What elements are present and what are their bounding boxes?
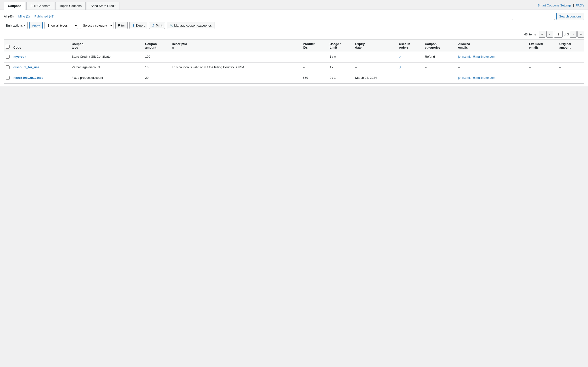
row1-checkbox[interactable] (6, 55, 9, 59)
manage-categories-button[interactable]: 🔧 Manage coupon categories (167, 22, 214, 29)
row2-checkbox[interactable] (6, 65, 9, 69)
row3-checkbox[interactable] (6, 76, 9, 80)
row3-original-amount (557, 73, 584, 83)
next-page-button[interactable]: › (570, 31, 577, 38)
table-row: nishi540802b1946ed Fixed product discoun… (4, 73, 584, 83)
external-link-icon[interactable]: ↗︎ (399, 65, 402, 69)
col-allowed-emails: Allowedemails (456, 40, 527, 52)
row2-product-ids: – (301, 62, 328, 73)
filter-all-count: (43) (8, 15, 14, 18)
row3-coupon-categories: – (423, 73, 456, 83)
row2-expiry-date: – (353, 62, 397, 73)
apply-button[interactable]: Apply (29, 22, 43, 29)
coupons-table: Code Coupontype Couponamount Description… (4, 40, 584, 83)
search-input[interactable] (512, 13, 555, 20)
row2-used-in-orders: ↗︎ (397, 62, 423, 73)
export-label: Export (136, 24, 145, 27)
filter-mine-count: (2) (26, 15, 30, 18)
external-link-icon[interactable]: ↗︎ (399, 55, 402, 59)
prev-page-button[interactable]: ‹ (546, 31, 553, 38)
row2-coupon-amount: 10 (143, 62, 170, 73)
filter-all-link[interactable]: All (43) (4, 15, 14, 18)
smart-coupons-settings-link[interactable]: Smart Coupons Settings (538, 4, 571, 7)
category-filter-select[interactable]: Select a category (80, 22, 114, 29)
row2-allowed-emails: – (456, 62, 527, 73)
col-code: Code (11, 40, 70, 52)
col-used-in-orders: Used inorders (397, 40, 423, 52)
row3-checkbox-cell (4, 73, 11, 83)
search-area: Search coupons (512, 13, 584, 20)
row1-original-amount (557, 52, 584, 62)
row3-expiry-date: March 23, 2024 (353, 73, 397, 83)
page-number-input[interactable] (554, 31, 563, 38)
row1-excluded-emails: – (527, 52, 557, 62)
col-coupon-amount: Couponamount (143, 40, 170, 52)
row3-coupon-type: Fixed product discount (70, 73, 143, 83)
wrench-icon: 🔧 (169, 24, 173, 27)
filter-published-label: Published (34, 15, 48, 18)
filter-top-row: All (43) | Mine (2) | Published (43) Sea… (4, 13, 584, 20)
select-all-checkbox[interactable] (6, 45, 9, 49)
row1-usage-limit: 1 / ∞ (328, 52, 353, 62)
table-row: discount_for_usa Percentage discount 10 … (4, 62, 584, 73)
filter-sep1: | (16, 15, 16, 18)
col-description: Description (170, 40, 301, 52)
row3-coupon-amount: 20 (143, 73, 170, 83)
row2-code: discount_for_usa (11, 62, 70, 73)
col-product-ids: ProductIDs (301, 40, 328, 52)
filter-sep2: | (32, 15, 32, 18)
col-excluded-emails: Excludedemails (527, 40, 557, 52)
col-coupon-type: Coupontype (70, 40, 143, 52)
row1-product-ids: – (301, 52, 328, 62)
faq-link[interactable]: FAQ's (576, 4, 584, 7)
row3-excluded-emails: – (527, 73, 557, 83)
row1-description: – (170, 52, 301, 62)
actions-bar: Bulk actions ▾ Apply Show all types Sele… (4, 22, 584, 29)
tab-send-store-credit[interactable]: Send Store Credit (87, 2, 119, 9)
row1-coupon-amount: 100 (143, 52, 170, 62)
col-original-amount: Originalamount (557, 40, 584, 52)
row3-allowed-email-link[interactable]: john.smith@mailinator.com (458, 76, 495, 79)
filter-mine-link[interactable]: Mine (2) (18, 15, 30, 18)
filter-button[interactable]: Filter (115, 22, 128, 29)
row2-excluded-emails: – (527, 62, 557, 73)
top-links: Smart Coupons Settings | FAQ's (538, 4, 584, 7)
row2-coupon-categories: – (423, 62, 456, 73)
col-expiry-date: Expirydate (353, 40, 397, 52)
tab-import-coupons[interactable]: Import Coupons (55, 2, 86, 9)
chevron-down-icon: ▾ (24, 24, 25, 27)
select-all-header (4, 40, 11, 52)
items-count: 43 items (524, 33, 536, 36)
bulk-actions-dropdown[interactable]: Bulk actions ▾ (4, 22, 27, 29)
row2-checkbox-cell (4, 62, 11, 73)
type-filter-select[interactable]: Show all types (45, 22, 78, 29)
top-links-separator: | (573, 4, 574, 7)
filter-links: All (43) | Mine (2) | Published (43) (4, 15, 55, 18)
row1-allowed-email-link[interactable]: john.smith@mailinator.com (458, 55, 495, 58)
row3-used-in-orders: – (397, 73, 423, 83)
table-header-row: Code Coupontype Couponamount Description… (4, 40, 584, 52)
row3-description: – (170, 73, 301, 83)
bulk-actions-label: Bulk actions (6, 24, 23, 27)
row3-usage-limit: 0 / 1 (328, 73, 353, 83)
print-button[interactable]: 🖨 Print (149, 22, 165, 29)
row3-allowed-emails: john.smith@mailinator.com (456, 73, 527, 83)
col-usage-limit: Usage /Limit (328, 40, 353, 52)
row1-code-link[interactable]: mycredit (13, 55, 26, 58)
row1-expiry-date: – (353, 52, 397, 62)
pagination-bar: 43 items « ‹ of 3 › » (4, 31, 584, 38)
export-button[interactable]: ⬆ Export (130, 22, 147, 29)
search-button[interactable]: Search coupons (556, 13, 584, 20)
row2-code-link[interactable]: discount_for_usa (13, 65, 39, 69)
manage-label: Manage coupon categories (174, 24, 212, 27)
last-page-button[interactable]: » (578, 31, 584, 38)
tab-coupons[interactable]: Coupons (4, 2, 25, 10)
row2-original-amount: – (557, 62, 584, 73)
filter-all-label: All (4, 15, 7, 18)
row3-code-link[interactable]: nishi540802b1946ed (13, 76, 44, 79)
row3-code: nishi540802b1946ed (11, 73, 70, 83)
tab-bulk-generate[interactable]: Bulk Generate (26, 2, 54, 9)
first-page-button[interactable]: « (539, 31, 545, 38)
col-coupon-categories: Couponcategories (423, 40, 456, 52)
filter-published-link[interactable]: Published (43) (34, 15, 55, 18)
